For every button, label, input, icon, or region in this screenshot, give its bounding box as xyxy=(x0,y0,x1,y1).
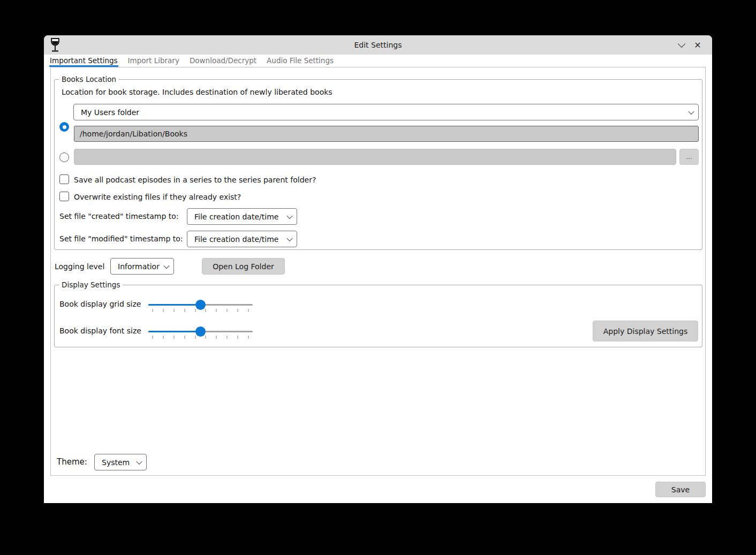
edit-settings-window: Edit Settings ✕ Important Settings Impor… xyxy=(44,35,712,503)
font-size-label: Book display font size xyxy=(59,326,141,335)
save-button[interactable]: Save xyxy=(655,482,706,497)
chevron-down-icon xyxy=(286,235,292,241)
modified-timestamp-label: Set file "modified" timestamp to: xyxy=(59,234,183,243)
created-timestamp-value: File creation date/time xyxy=(194,212,278,221)
tab-strip: Important Settings Import Library Downlo… xyxy=(49,55,334,67)
logging-level-label: Logging level xyxy=(55,262,104,271)
logging-level-value: Information xyxy=(118,262,160,271)
modified-timestamp-value: File creation date/time xyxy=(194,235,278,244)
created-timestamp-label: Set file "created" timestamp to: xyxy=(59,212,179,221)
overwrite-existing-label: Overwrite existing files if they already… xyxy=(74,193,241,201)
tab-download-decrypt[interactable]: Download/Decrypt xyxy=(189,55,257,67)
grid-size-ticks xyxy=(152,309,249,312)
theme-dropdown[interactable]: System xyxy=(94,454,147,470)
titlebar: Edit Settings ✕ xyxy=(44,35,712,55)
chevron-down-icon xyxy=(136,458,142,464)
chevron-down-icon xyxy=(286,212,292,218)
minimize-button[interactable] xyxy=(675,39,689,51)
tab-important-settings[interactable]: Important Settings xyxy=(49,55,118,67)
open-log-folder-button[interactable]: Open Log Folder xyxy=(202,258,285,275)
books-location-legend: Books Location xyxy=(59,75,119,83)
chevron-down-icon xyxy=(688,108,694,114)
books-location-preset-dropdown[interactable]: My Users folder xyxy=(73,104,699,120)
grid-size-slider[interactable] xyxy=(148,299,253,310)
logging-level-dropdown[interactable]: Information xyxy=(110,258,174,275)
modified-timestamp-dropdown[interactable]: File creation date/time xyxy=(187,231,297,247)
podcast-series-folder-checkbox[interactable] xyxy=(59,174,69,184)
created-timestamp-dropdown[interactable]: File creation date/time xyxy=(187,208,297,225)
books-location-description: Location for book storage. Includes dest… xyxy=(62,88,332,96)
apply-display-settings-button[interactable]: Apply Display Settings xyxy=(593,321,698,341)
slider-fill xyxy=(148,331,201,332)
window-title: Edit Settings xyxy=(44,35,712,55)
books-location-group: Books Location Location for book storage… xyxy=(54,79,702,250)
chevron-down-icon xyxy=(678,40,685,47)
close-icon: ✕ xyxy=(694,40,701,50)
display-settings-legend: Display Settings xyxy=(59,280,123,289)
slider-fill xyxy=(148,304,201,306)
close-button[interactable]: ✕ xyxy=(691,39,705,51)
preset-dropdown-value: My Users folder xyxy=(81,108,139,117)
font-size-ticks xyxy=(152,336,249,339)
books-location-radio-custom[interactable] xyxy=(59,153,69,162)
important-settings-panel: Books Location Location for book storage… xyxy=(50,67,706,476)
chevron-down-icon xyxy=(163,262,169,268)
books-location-path-field[interactable]: /home/jordan/Libation/Books xyxy=(74,126,699,142)
podcast-series-folder-label: Save all podcast episodes in a series to… xyxy=(74,176,316,184)
theme-label: Theme: xyxy=(57,457,87,467)
overwrite-existing-checkbox[interactable] xyxy=(59,192,69,201)
books-location-radio-default[interactable] xyxy=(59,122,69,132)
tab-audio-file-settings[interactable]: Audio File Settings xyxy=(266,55,334,67)
custom-path-field[interactable] xyxy=(74,149,676,165)
display-settings-group: Display Settings Book display grid size … xyxy=(54,285,702,347)
grid-size-label: Book display grid size xyxy=(59,300,141,308)
browse-button[interactable]: ... xyxy=(679,149,699,165)
theme-value: System xyxy=(102,458,130,467)
font-size-slider[interactable] xyxy=(148,326,253,337)
tab-import-library[interactable]: Import Library xyxy=(127,55,180,67)
